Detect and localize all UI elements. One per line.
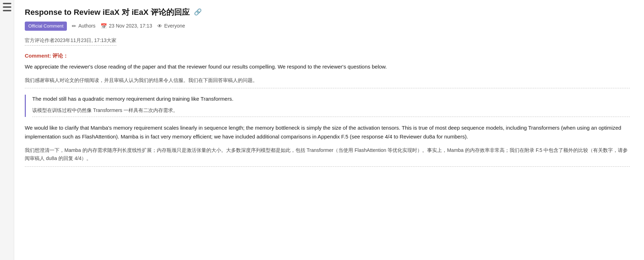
date-meta: 📅 23 Nov 2023, 17:13	[100, 22, 152, 30]
comment-paragraph-zh: 我们感谢审稿人对论文的仔细阅读，并且审稿人认为我们的结果令人信服。我们在下面回答…	[25, 76, 630, 88]
meta-row: Official Comment ✏ Authors 📅 23 Nov 2023…	[25, 22, 630, 31]
calendar-icon: 📅	[100, 22, 107, 30]
comment-paragraph-en: We appreciate the reviewer's close readi…	[25, 63, 630, 71]
comment-label-zh: 评论：	[52, 53, 68, 59]
page-title: Response to Review iEaX 对 iEaX 评论的回应	[25, 6, 190, 18]
blockquote-text-en: The model still has a quadratic memory r…	[32, 95, 630, 104]
left-sidebar	[0, 0, 14, 260]
date-label: 23 Nov 2023, 17:13	[109, 22, 152, 30]
blockquote: The model still has a quadratic memory r…	[25, 95, 630, 117]
official-comment-badge: Official Comment	[25, 22, 67, 31]
main-content: Response to Review iEaX 对 iEaX 评论的回应 🔗 O…	[14, 0, 644, 260]
clarification-paragraph-zh: 我们想澄清一下，Mamba 的内存需求随序列长度线性扩展；内存瓶颈只是激活张量的…	[25, 146, 630, 167]
permalink-icon[interactable]: 🔗	[194, 7, 202, 17]
title-row: Response to Review iEaX 对 iEaX 评论的回应 🔗	[25, 6, 630, 18]
menu-icon-1[interactable]	[3, 3, 11, 4]
eye-icon: 👁	[157, 22, 162, 30]
author-label: Authors	[78, 22, 95, 30]
visibility-label: Everyone	[164, 22, 185, 30]
comment-label: Comment: 评论：	[25, 52, 630, 60]
comment-label-en: Comment:	[25, 53, 51, 59]
author-icon: ✏	[72, 22, 76, 30]
clarification-paragraph-en: We would like to clarify that Mamba's me…	[25, 123, 630, 141]
visibility-meta: 👁 Everyone	[157, 22, 185, 30]
menu-icon-2[interactable]	[3, 6, 11, 8]
translated-meta: 官方评论作者2023年11月23日, 17:13大家	[25, 37, 116, 46]
author-meta: ✏ Authors	[72, 22, 95, 30]
blockquote-text-zh: 该模型在训练过程中仍然像 Transformers 一样具有二次内存需求。	[32, 106, 630, 117]
menu-icon-3[interactable]	[3, 10, 11, 11]
